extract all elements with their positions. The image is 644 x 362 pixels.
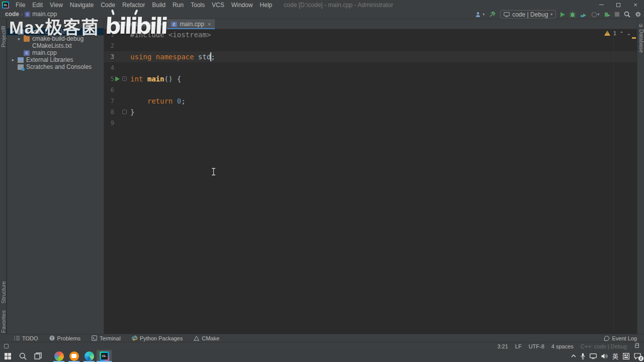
ime-toolbar-icon[interactable]	[623, 353, 629, 359]
folder-icon	[18, 29, 24, 35]
profiler-button[interactable]	[580, 12, 587, 18]
tool-button-database[interactable]: Database	[638, 29, 644, 53]
codewithme-users-icon[interactable]: ▾	[475, 12, 485, 18]
tree-root-label: code	[26, 28, 40, 35]
menu-help[interactable]: Help	[256, 0, 276, 10]
tool-button-cmake[interactable]: CMake	[194, 335, 219, 341]
terminal-icon	[92, 335, 97, 341]
tool-button-problems[interactable]: Problems	[49, 335, 80, 341]
menu-window[interactable]: Window	[228, 0, 257, 10]
taskbar-search-button[interactable]	[15, 350, 30, 362]
tool-button-terminal[interactable]: Terminal	[92, 335, 121, 341]
tool-button-todo[interactable]: TODO	[14, 335, 38, 341]
breadcrumb: code › C main.cpp	[3, 11, 59, 18]
inspections-widget[interactable]: 1 ⌃ ⌄	[604, 30, 631, 36]
menu-build[interactable]: Build	[148, 0, 169, 10]
menu-file[interactable]: File	[12, 0, 29, 10]
scratches-icon	[18, 64, 24, 70]
tree-expand-icon[interactable]: ▸	[17, 36, 21, 41]
clion-window: CL File Edit View Navigate Code Refactor…	[0, 0, 644, 362]
tree-row-external-libraries[interactable]: ▸ External Libraries	[7, 56, 104, 63]
tree-row-cmake-build-debug[interactable]: ▸ cmake-build-debug	[7, 35, 104, 42]
tree-row-maincpp[interactable]: C main.cpp	[7, 49, 104, 56]
tool-button-structure[interactable]: Structure	[1, 281, 7, 304]
microphone-icon[interactable]	[581, 353, 585, 359]
settings-gear-icon[interactable]: ⚙	[635, 11, 641, 18]
task-view-button[interactable]	[30, 350, 45, 362]
project-stripe-icon: ▤	[1, 25, 6, 30]
tool-window-switcher-icon[interactable]	[4, 344, 9, 348]
breadcrumb-file[interactable]: main.cpp	[32, 11, 57, 18]
tray-expand-chevron-icon[interactable]	[571, 354, 576, 357]
notification-badge: 2	[638, 356, 643, 361]
next-problem-icon[interactable]: ⌄	[627, 31, 631, 36]
file-encoding[interactable]: UTF-8	[529, 343, 544, 349]
search-icon	[19, 352, 27, 360]
tree-row-scratches[interactable]: Scratches and Consoles	[7, 63, 104, 70]
tree-row-root[interactable]: ▾ code D:\code	[7, 28, 104, 35]
code-line-6	[104, 84, 637, 96]
left-tool-stripe: ▤ Project Structure Favorites	[0, 19, 7, 334]
cmake-file-icon	[24, 43, 30, 49]
bottom-tool-window-bar: TODO Problems Terminal Python Packages C…	[0, 334, 644, 342]
tree-row-cmakelists[interactable]: CMakeLists.txt	[7, 42, 104, 49]
tab-maincpp[interactable]: C main.cpp ×	[167, 19, 215, 29]
speaker-icon[interactable]	[601, 353, 608, 359]
database-stripe-icon: ⛁	[639, 23, 643, 28]
taskbar-app-colorful[interactable]	[51, 350, 66, 362]
windows-taskbar: CL 英 2	[0, 350, 644, 362]
minimize-button[interactable]	[593, 0, 610, 10]
tool-button-python-packages[interactable]: Python Packages	[132, 335, 183, 341]
menu-code[interactable]: Code	[97, 0, 119, 10]
menu-navigate[interactable]: Navigate	[66, 0, 97, 10]
build-hammer-icon[interactable]	[489, 11, 496, 18]
menu-view[interactable]: View	[46, 0, 66, 10]
tree-item-label: cmake-build-debug	[32, 35, 84, 42]
scrollbar-warning-mark[interactable]	[632, 37, 636, 39]
menu-vcs[interactable]: VCS	[208, 0, 228, 10]
resolve-context[interactable]: C++: code | Debug	[581, 343, 627, 349]
taskbar-edge-button[interactable]	[82, 350, 97, 362]
search-everywhere-icon[interactable]	[624, 11, 630, 18]
menu-refactor[interactable]: Refactor	[119, 0, 148, 10]
run-button[interactable]	[560, 12, 565, 17]
tree-expand-icon[interactable]: ▸	[11, 57, 15, 62]
maximize-button[interactable]	[610, 0, 627, 10]
tab-cmakelists[interactable]: CMakeLists.txt ×	[104, 19, 167, 29]
project-panel: ▾ code D:\code ▸ cmake-build-debug CMake…	[7, 19, 104, 334]
indent-setting[interactable]: 4 spaces	[551, 343, 574, 349]
menu-tools[interactable]: Tools	[187, 0, 208, 10]
cast-display-icon[interactable]	[590, 353, 597, 359]
run-toolbar: ▾ code | Debug ▾ ▾	[475, 10, 641, 19]
taskbar-clion-button[interactable]: CL	[97, 350, 112, 362]
tab-close-icon[interactable]: ×	[160, 21, 163, 27]
readonly-lock-icon[interactable]	[635, 345, 639, 348]
start-button[interactable]	[0, 350, 15, 362]
close-button[interactable]: ×	[627, 0, 644, 10]
notification-center-icon[interactable]: 2	[634, 353, 641, 359]
code-editor[interactable]: 1 2 3 4 5 - 6 7 8 9 #include <iostream> …	[104, 29, 637, 334]
prev-problem-icon[interactable]: ⌃	[619, 31, 623, 36]
tool-button-project[interactable]: Project	[1, 30, 7, 47]
run-configuration-selector[interactable]: code | Debug ▾	[500, 10, 556, 19]
caret-position[interactable]: 3:21	[497, 343, 508, 349]
tab-close-icon[interactable]: ×	[208, 21, 211, 27]
menu-edit[interactable]: Edit	[29, 0, 46, 10]
tool-button-favorites[interactable]: Favorites	[1, 310, 7, 333]
breadcrumb-project[interactable]: code	[5, 11, 19, 18]
attach-process-button[interactable]	[604, 12, 610, 18]
ime-language-indicator[interactable]: 英	[612, 352, 618, 360]
text-caret	[210, 52, 211, 61]
taskbar-app-orange[interactable]	[66, 350, 82, 362]
line-separator[interactable]: LF	[515, 343, 522, 349]
tree-root-path: D:\code	[45, 28, 65, 35]
event-log-button[interactable]: Event Log	[604, 335, 637, 341]
tree-collapse-icon[interactable]: ▾	[11, 29, 15, 34]
code-content[interactable]: #include <iostream> using namespace std;…	[104, 29, 637, 129]
edge-browser-icon	[85, 351, 94, 361]
tree-item-label: CMakeLists.txt	[32, 42, 72, 49]
clion-taskbar-icon: CL	[100, 351, 109, 361]
problems-icon	[49, 335, 55, 341]
debug-button[interactable]	[570, 11, 576, 18]
menu-run[interactable]: Run	[169, 0, 187, 10]
